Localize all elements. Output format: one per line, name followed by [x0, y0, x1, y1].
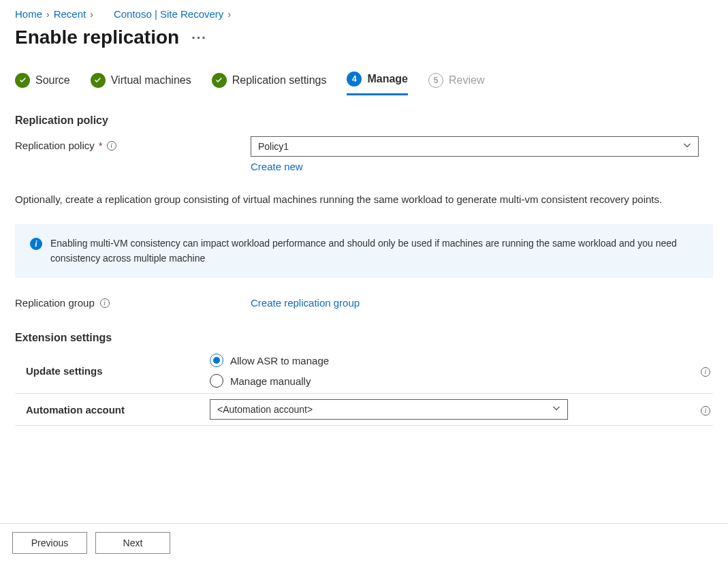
create-replication-group-link[interactable]: Create replication group — [251, 297, 360, 309]
page-title: Enable replication ··· — [15, 27, 713, 48]
field-replication-policy: Replication policy * i Policy1 — [15, 136, 713, 157]
chevron-down-icon — [683, 141, 691, 152]
row-update-settings: Update settings Allow ASR to manage Mana… — [15, 348, 713, 394]
field-label: Replication policy — [15, 140, 95, 151]
chevron-right-icon: › — [90, 9, 93, 20]
create-new-policy-link[interactable]: Create new — [251, 161, 303, 172]
check-icon — [15, 73, 30, 88]
info-banner-text: Enabling multi-VM consistency can impact… — [50, 236, 698, 266]
info-icon[interactable]: i — [100, 298, 110, 308]
chevron-right-icon: › — [46, 9, 50, 20]
info-icon[interactable]: i — [107, 141, 116, 151]
wizard-footer: Previous Next — [0, 523, 728, 562]
breadcrumb-recent[interactable]: Recent — [54, 8, 86, 20]
replication-group-intro: Optionally, create a replication group c… — [15, 191, 696, 208]
required-indicator: * — [99, 140, 103, 151]
wizard-steps: Source Virtual machines Replication sett… — [15, 72, 713, 95]
radio-label: Allow ASR to manage — [230, 355, 329, 366]
radio-icon — [210, 374, 223, 388]
check-icon — [91, 73, 106, 88]
step-review[interactable]: 5 Review — [428, 73, 484, 95]
more-actions-button[interactable]: ··· — [191, 30, 207, 46]
select-value: <Automation account> — [217, 404, 313, 415]
next-button[interactable]: Next — [95, 532, 170, 554]
chevron-down-icon — [552, 404, 560, 415]
select-value: Policy1 — [258, 141, 289, 152]
breadcrumb-home[interactable]: Home — [15, 8, 42, 20]
check-icon — [212, 73, 227, 88]
info-icon[interactable]: i — [701, 367, 710, 377]
info-icon[interactable]: i — [701, 406, 710, 416]
automation-account-select[interactable]: <Automation account> — [210, 399, 568, 420]
page-title-text: Enable replication — [15, 27, 179, 48]
replication-group-label: Replication group — [15, 297, 95, 309]
update-settings-label: Update settings — [15, 365, 210, 377]
step-source[interactable]: Source — [15, 73, 70, 95]
section-heading-replication-policy: Replication policy — [15, 114, 713, 127]
radio-manage-manually[interactable]: Manage manually — [210, 374, 329, 388]
info-banner-multivm: i Enabling multi-VM consistency can impa… — [15, 224, 713, 278]
breadcrumb: Home › Recent › Contoso | Site Recovery … — [15, 8, 713, 20]
previous-button[interactable]: Previous — [12, 532, 87, 554]
radio-icon — [210, 354, 223, 367]
step-number-icon: 5 — [428, 73, 443, 88]
section-heading-extension-settings: Extension settings — [15, 332, 713, 344]
step-replication-settings[interactable]: Replication settings — [212, 73, 327, 95]
automation-account-label: Automation account — [15, 404, 210, 416]
radio-label: Manage manually — [230, 375, 311, 387]
breadcrumb-vault[interactable]: Contoso | Site Recovery — [114, 8, 223, 20]
chevron-right-icon: › — [227, 9, 231, 20]
replication-policy-select[interactable]: Policy1 — [251, 136, 699, 157]
step-number-icon: 4 — [347, 72, 362, 87]
step-virtual-machines[interactable]: Virtual machines — [91, 73, 191, 95]
radio-allow-asr[interactable]: Allow ASR to manage — [210, 354, 329, 367]
step-manage[interactable]: 4 Manage — [347, 72, 408, 95]
info-icon: i — [30, 238, 42, 250]
row-automation-account: Automation account <Automation account> … — [15, 394, 713, 426]
